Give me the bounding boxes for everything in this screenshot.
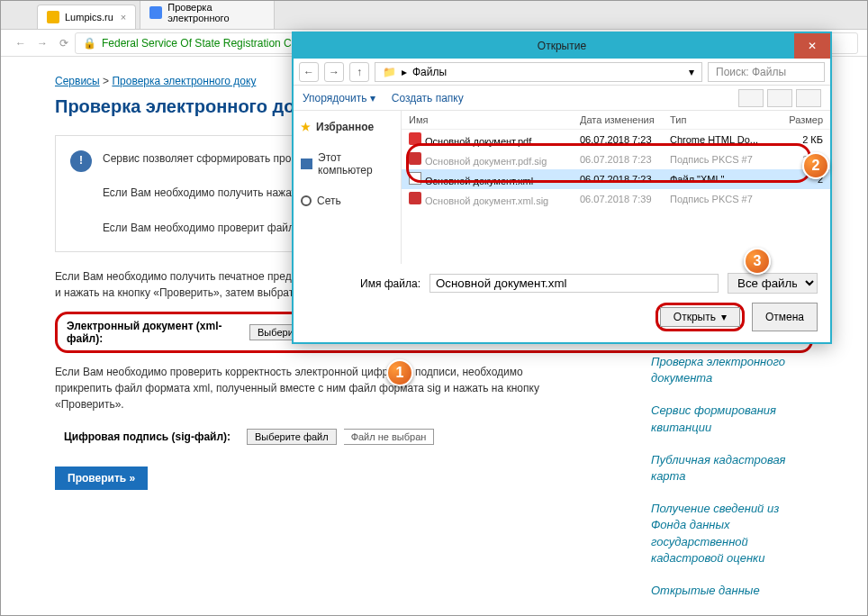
- file-icon: [409, 132, 421, 145]
- file-open-dialog: Открытие ✕ ← → ↑ 📁 ▸ Файлы ▾ Поиск: Файл…: [292, 32, 832, 344]
- annotation-badge-1: 1: [386, 359, 413, 386]
- side-link[interactable]: Получение сведений из Фонда данных госуд…: [651, 501, 813, 566]
- file-row[interactable]: Основной документ.pdf.sig06.07.2018 7:23…: [402, 149, 830, 169]
- side-link[interactable]: Открытые данные: [651, 583, 813, 599]
- choose-sig-button[interactable]: Выберите файл: [247, 429, 337, 445]
- reload-icon[interactable]: ⟳: [53, 37, 75, 50]
- breadcrumb-home[interactable]: Сервисы: [55, 75, 100, 87]
- back-icon[interactable]: ←: [10, 37, 32, 50]
- sig-label: Цифровая подпись (sig-файл):: [64, 430, 240, 443]
- up-icon[interactable]: ↑: [349, 62, 369, 82]
- sidebar-network[interactable]: Сеть: [301, 192, 393, 210]
- filename-label: Имя файла:: [360, 277, 420, 290]
- favicon-icon: [47, 11, 59, 23]
- dialog-nav: ← → ↑ 📁 ▸ Файлы ▾ Поиск: Файлы: [294, 59, 830, 86]
- col-type[interactable]: Тип: [670, 114, 769, 125]
- star-icon: ★: [301, 121, 311, 133]
- folder-icon: 📁: [383, 66, 396, 78]
- tab-lumpics[interactable]: Lumpics.ru ×: [37, 5, 136, 29]
- file-icon: [409, 172, 421, 185]
- annotation-badge-3: 3: [744, 248, 771, 275]
- view-icon[interactable]: [767, 89, 792, 107]
- paragraph: Если Вам необходимо проверить корректнос…: [55, 364, 559, 412]
- browser-tab-bar: Lumpics.ru × Проверка электронного: [1, 1, 867, 30]
- file-list-header: Имя Дата изменения Тип Размер: [402, 111, 830, 130]
- breadcrumb-current[interactable]: Проверка электронного доку: [112, 75, 256, 87]
- forward-icon[interactable]: →: [32, 37, 53, 50]
- search-input[interactable]: Поиск: Файлы: [708, 62, 825, 82]
- sig-status: Файл не выбран: [344, 429, 435, 445]
- close-icon[interactable]: ×: [121, 12, 126, 23]
- side-link[interactable]: Публичная кадастровая карта: [651, 452, 813, 485]
- sidebar-thispc[interactable]: Этот компьютер: [301, 149, 393, 179]
- lock-icon: 🔒: [83, 37, 96, 50]
- tab-label: Проверка электронного: [167, 2, 265, 23]
- file-row[interactable]: Основной документ.pdf06.07.2018 7:23Chro…: [402, 130, 830, 149]
- new-folder-button[interactable]: Создать папку: [392, 92, 464, 104]
- favicon-icon: [149, 6, 162, 19]
- side-link[interactable]: Проверка электронного документа: [651, 354, 813, 386]
- filetype-select[interactable]: Все файлы: [728, 273, 818, 294]
- file-row[interactable]: Основной документ.xml.sig06.07.2018 7:39…: [402, 189, 830, 209]
- organize-menu[interactable]: Упорядочить ▾: [303, 92, 375, 104]
- tab-check[interactable]: Проверка электронного: [140, 0, 275, 29]
- forward-icon[interactable]: →: [324, 62, 344, 82]
- sidebar-links: Проверка электронного документа Сервис ф…: [651, 354, 813, 615]
- close-dialog-button[interactable]: ✕: [794, 33, 830, 59]
- computer-icon: [301, 159, 312, 169]
- dialog-title-bar: Открытие ✕: [294, 33, 830, 59]
- dialog-title: Открытие: [538, 40, 586, 52]
- filename-input[interactable]: [429, 274, 719, 293]
- url-text: Federal Service Of State Registration Ca: [102, 37, 297, 50]
- help-icon[interactable]: [796, 89, 821, 107]
- open-highlight: Открыть▾: [656, 303, 745, 331]
- col-size[interactable]: Размер: [769, 114, 823, 125]
- cancel-button[interactable]: Отмена: [752, 303, 818, 331]
- xml-label: Электронный документ (xml-файл):: [67, 320, 242, 345]
- info-icon: !: [70, 150, 92, 172]
- tab-label: Lumpics.ru: [65, 12, 113, 23]
- sidebar-favorites[interactable]: ★Избранное: [301, 118, 393, 136]
- file-icon: [409, 192, 421, 204]
- side-link[interactable]: Сервис формирования квитанции: [651, 403, 813, 435]
- open-button[interactable]: Открыть▾: [660, 307, 740, 327]
- dialog-sidebar: ★Избранное Этот компьютер Сеть: [294, 111, 402, 264]
- path-field[interactable]: 📁 ▸ Файлы ▾: [375, 62, 702, 82]
- file-list: Имя Дата изменения Тип Размер Основной д…: [402, 111, 830, 264]
- back-icon[interactable]: ←: [299, 62, 319, 82]
- chevron-down-icon: ▾: [721, 311, 727, 323]
- file-icon: [409, 152, 421, 165]
- col-date[interactable]: Дата изменения: [580, 114, 670, 125]
- col-name[interactable]: Имя: [409, 114, 580, 125]
- view-icon[interactable]: [738, 89, 764, 107]
- file-row[interactable]: Основной документ.xml06.07.2018 7:23Файл…: [402, 169, 830, 189]
- dialog-toolbar: Упорядочить ▾ Создать папку: [294, 86, 830, 111]
- network-icon: [301, 195, 312, 206]
- check-button[interactable]: Проверить »: [55, 467, 148, 490]
- annotation-badge-2: 2: [802, 152, 829, 179]
